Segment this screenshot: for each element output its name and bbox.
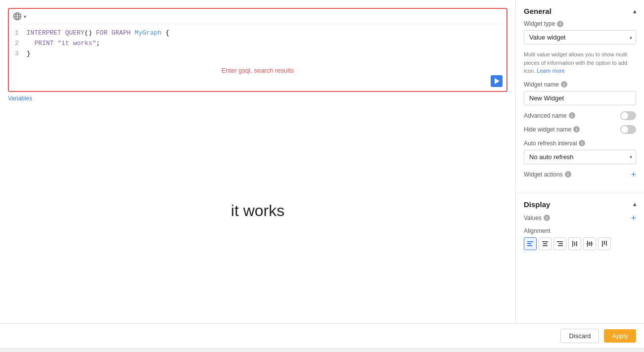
advanced-name-toggle[interactable] [620,111,636,120]
main-container: ▾ 1 INTERPRET QUERY() FOR GRAPH MyGraph … [0,0,644,323]
align-left-button[interactable] [524,237,537,250]
align-right-icon [556,240,563,247]
widget-type-label: Widget type i [524,20,636,27]
widget-type-info-icon: i [557,21,563,27]
general-section-body: Widget type i Value widget ▾ Multi value… [516,20,644,191]
code-line-3: 3 } [15,49,501,59]
widget-actions-label: Widget actions i [524,171,571,178]
display-section-header: Display ▴ [516,193,644,214]
align-top-button[interactable] [598,237,611,250]
editor-toolbar: ▾ [9,9,506,24]
svg-rect-16 [576,241,577,246]
auto-refresh-label: Auto refresh interval i [524,140,636,147]
values-label: Values i [524,215,550,221]
widget-actions-add-button[interactable]: + [631,170,636,179]
values-row: Values i + [516,214,644,227]
values-info-icon: i [544,215,550,221]
svg-rect-11 [557,241,563,242]
svg-rect-6 [527,243,531,244]
align-top-icon [601,240,608,247]
variables-link[interactable]: Variables [8,95,507,102]
align-center-icon [542,240,549,247]
output-text: it works [231,202,284,220]
auto-refresh-select-wrap: No auto refresh ▾ [524,150,636,164]
svg-rect-23 [606,241,607,246]
footer: Discard Apply [0,323,644,348]
svg-rect-12 [559,243,563,244]
advanced-name-label: Advanced name i [524,112,575,119]
alignment-buttons [524,237,636,250]
learn-more-link[interactable]: Learn more [537,68,564,74]
alignment-label: Alignment [524,227,636,234]
align-bottom-button[interactable] [568,237,581,250]
align-right-button[interactable] [553,237,566,250]
align-middle-icon [586,240,593,247]
svg-rect-8 [542,241,548,242]
auto-refresh-select[interactable]: No auto refresh [524,150,636,164]
values-add-button[interactable]: + [631,214,636,222]
right-panel: General ▴ Widget type i Value widget ▾ M… [515,0,644,323]
svg-rect-5 [527,241,533,242]
svg-rect-15 [574,242,575,246]
widget-type-select-wrap: Value widget ▾ [524,30,636,44]
code-area[interactable]: 1 INTERPRET QUERY() FOR GRAPH MyGraph { … [9,24,506,63]
widget-name-label: Widget name i [524,81,636,88]
discard-button[interactable]: Discard [560,329,599,343]
svg-rect-9 [543,243,547,244]
play-icon [495,78,500,84]
svg-rect-13 [558,245,563,246]
hide-widget-name-toggle[interactable] [620,125,636,134]
svg-rect-14 [572,241,573,247]
auto-refresh-info-icon: i [579,140,585,146]
display-label: Display [524,200,550,209]
advanced-name-info-icon: i [569,112,575,119]
align-middle-button[interactable] [583,237,596,250]
widget-name-info-icon: i [561,81,567,88]
editor-area: ▾ 1 INTERPRET QUERY() FOR GRAPH MyGraph … [8,8,507,92]
bottom-scrollbar [0,348,644,352]
widget-type-select[interactable]: Value widget [524,30,636,44]
globe-chevron: ▾ [24,14,26,19]
widget-actions-info-icon: i [565,171,571,177]
svg-rect-22 [604,241,605,245]
general-chevron-icon[interactable]: ▴ [633,8,636,15]
hide-widget-name-info-icon: i [573,126,580,132]
code-line-1: 1 INTERPRET QUERY() FOR GRAPH MyGraph { [15,28,501,39]
run-button[interactable] [491,75,503,87]
left-panel: ▾ 1 INTERPRET QUERY() FOR GRAPH MyGraph … [0,0,515,323]
general-section-header: General ▴ [516,0,644,20]
align-left-icon [527,240,534,247]
display-chevron-icon[interactable]: ▴ [633,201,636,208]
code-line-2: 2 PRINT "it works"; [15,39,501,49]
widget-type-hint: Multi value widget allows you to show mu… [524,50,636,75]
widget-actions-row: Widget actions i + [524,170,636,179]
globe-icon [13,12,22,21]
hide-widget-name-label: Hide widget name i [524,126,580,133]
align-center-button[interactable] [539,237,552,250]
alignment-row: Alignment [516,227,644,256]
error-message: Enter gsql, search results [9,63,506,78]
widget-name-input[interactable] [524,91,636,105]
globe-button[interactable]: ▾ [13,12,26,21]
advanced-name-row: Advanced name i [524,111,636,120]
general-label: General [524,7,552,15]
output-area: it works [8,106,507,315]
apply-button[interactable]: Apply [604,329,636,343]
align-bottom-icon [571,240,578,247]
svg-rect-7 [527,245,532,246]
svg-rect-21 [602,241,603,247]
hide-widget-name-row: Hide widget name i [524,125,636,134]
svg-rect-10 [543,245,548,246]
